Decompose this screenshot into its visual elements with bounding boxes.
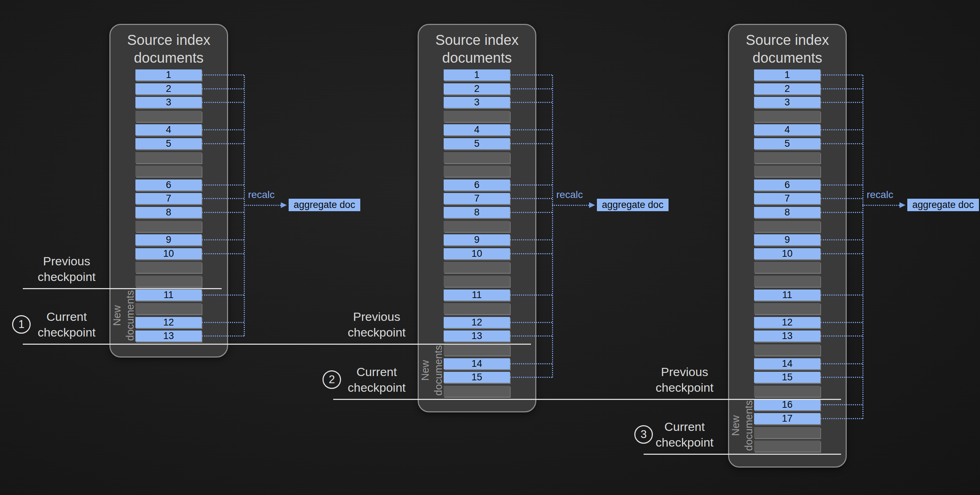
empty-slot-bar [444, 276, 510, 287]
previous-checkpoint-label: Previouscheckpoint [17, 253, 116, 284]
connector-line [510, 363, 552, 364]
connector-line [202, 322, 244, 323]
new-documents-label-line: documents [742, 399, 756, 452]
panel-title: Source index [110, 31, 228, 49]
document-number: 7 [754, 193, 820, 204]
empty-slot-bar [754, 386, 820, 397]
checkpoint-label-line: checkpoint [17, 269, 116, 284]
connector-line [820, 129, 862, 130]
recalc-label: recalc [556, 189, 583, 200]
document-number: 4 [135, 124, 202, 135]
empty-slot-bar [754, 276, 820, 287]
connector-line [202, 129, 244, 130]
document-bar: 7 [135, 193, 202, 204]
document-number: 2 [754, 83, 820, 94]
current-checkpoint-label: Currentcheckpoint [327, 364, 426, 395]
document-bar: 2 [754, 83, 820, 94]
connector-line [510, 143, 552, 144]
document-number: 7 [135, 193, 202, 204]
empty-slot-bar [754, 441, 820, 452]
new-documents-label-line: documents [124, 290, 137, 342]
connector-line [510, 75, 552, 76]
document-bar: 3 [754, 97, 820, 108]
panel-title: documents [418, 49, 536, 67]
previous-checkpoint-label: Previouscheckpoint [327, 309, 426, 340]
panel-title: Source index [728, 31, 847, 49]
document-bar: 6 [754, 179, 820, 190]
connector-line [202, 239, 244, 240]
document-number: 3 [754, 97, 820, 108]
connector-line [202, 198, 244, 199]
document-number: 11 [135, 290, 202, 301]
document-number: 7 [444, 193, 510, 204]
previous-checkpoint-label: Previouscheckpoint [635, 364, 735, 395]
connector-line [510, 335, 552, 336]
document-number: 1 [444, 70, 510, 81]
empty-slot-bar [135, 276, 202, 287]
empty-slot-bar [444, 344, 510, 355]
document-bar: 7 [754, 193, 820, 204]
recalc-arrowhead [589, 202, 595, 208]
document-bar: 7 [444, 193, 510, 204]
connector-line [820, 363, 862, 364]
document-bar: 9 [444, 234, 510, 245]
document-bar: 8 [444, 207, 510, 218]
document-bar: 12 [444, 317, 510, 328]
recalc-arrow [862, 205, 899, 206]
document-bar: 1 [444, 70, 510, 81]
connector-line [510, 295, 552, 295]
document-bar: 3 [135, 97, 202, 108]
document-bar: 4 [444, 124, 510, 135]
recalc-arrowhead [899, 202, 905, 208]
connector-line [202, 295, 244, 295]
document-bar: 2 [135, 83, 202, 94]
diagram-canvas: Source indexdocuments12345678910111213re… [0, 0, 980, 495]
connector-line [820, 418, 862, 419]
document-number: 13 [135, 330, 202, 341]
aggregate-doc-badge: aggregate doc [289, 199, 360, 211]
document-number: 8 [444, 207, 510, 218]
connector-line [202, 102, 244, 103]
document-bar: 4 [754, 124, 820, 135]
connector-line [202, 184, 244, 186]
checkpoint-line [23, 344, 531, 345]
document-number: 4 [754, 124, 820, 135]
empty-slot-bar [444, 166, 510, 177]
document-number: 9 [444, 234, 510, 245]
document-bar: 14 [754, 358, 820, 369]
document-number: 6 [754, 179, 820, 190]
checkpoint-label-line: checkpoint [635, 380, 735, 395]
connector-line [820, 212, 862, 213]
document-bar: 10 [444, 248, 510, 259]
document-bar: 16 [754, 399, 820, 410]
document-bar: 12 [754, 317, 820, 328]
document-number: 16 [754, 399, 820, 410]
checkpoint-label-line: Current [17, 309, 116, 324]
document-number: 5 [444, 138, 510, 149]
document-bar: 5 [135, 138, 202, 149]
document-number: 8 [135, 207, 202, 218]
document-number: 9 [135, 234, 202, 245]
empty-slot-bar [754, 152, 820, 163]
document-number: 9 [754, 234, 820, 245]
connector-line [202, 335, 244, 336]
collector-line [862, 75, 864, 419]
document-bar: 8 [135, 207, 202, 218]
step-number-circle: 1 [12, 315, 31, 334]
document-number: 3 [444, 97, 510, 108]
aggregate-doc-badge: aggregate doc [597, 199, 668, 211]
document-bar: 2 [444, 83, 510, 94]
recalc-label: recalc [248, 189, 275, 200]
connector-line [202, 253, 244, 254]
connector-line [820, 198, 862, 199]
empty-slot-bar [754, 166, 820, 177]
document-number: 2 [135, 83, 202, 94]
checkpoint-label-line: Previous [17, 253, 116, 269]
document-bar: 5 [754, 138, 820, 149]
connector-line [510, 253, 552, 254]
recalc-arrowhead [281, 202, 287, 208]
document-number: 13 [754, 330, 820, 341]
document-bar: 15 [444, 372, 510, 383]
checkpoint-label-line: checkpoint [17, 324, 116, 340]
empty-slot-bar [135, 166, 202, 177]
